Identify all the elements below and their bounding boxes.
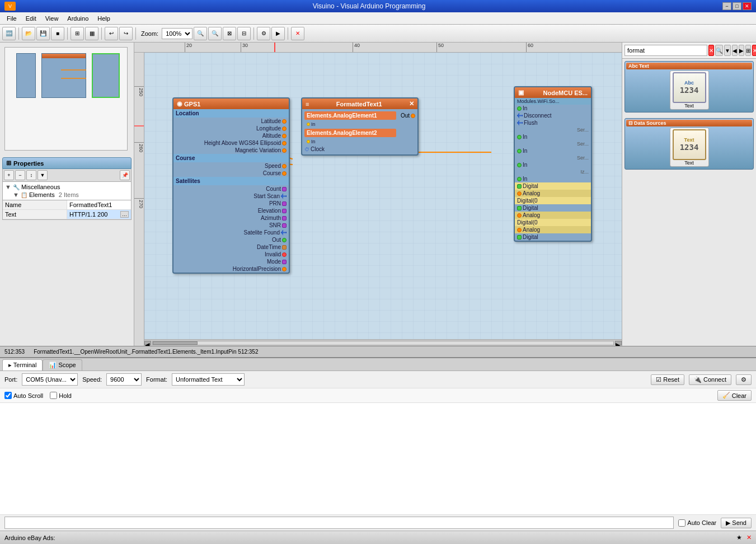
- nodemcu-pin-digital2[interactable]: Digital(0: [515, 197, 591, 204]
- analog1-dot[interactable]: [517, 191, 522, 196]
- reset-button[interactable]: ☑ Reset: [651, 374, 684, 385]
- props-sort-button[interactable]: ↕: [26, 170, 36, 180]
- tree-expand-misc[interactable]: ▼: [5, 184, 11, 190]
- nodemcu-pin-digital5[interactable]: Digital: [515, 233, 591, 241]
- nodemcu-pin-analog2[interactable]: Analog: [515, 212, 591, 219]
- nodemcu-pin-analog1[interactable]: Analog: [515, 190, 591, 197]
- flush-dot[interactable]: [517, 120, 523, 126]
- props-collapse-button[interactable]: −: [15, 170, 25, 180]
- elevation-pin-dot[interactable]: [282, 209, 287, 213]
- digital5-dot[interactable]: [517, 235, 522, 240]
- maximize-button[interactable]: □: [732, 2, 741, 10]
- latitude-pin-dot[interactable]: [282, 119, 287, 124]
- serial-input[interactable]: [4, 517, 674, 529]
- zoom-select[interactable]: 100% 75% 150%: [162, 28, 192, 39]
- scrollbar-thumb-h[interactable]: [153, 341, 198, 345]
- satfound-pin-dot[interactable]: [281, 230, 287, 236]
- autoclear-checkbox[interactable]: [678, 519, 685, 527]
- speed-select[interactable]: 9600 115200: [106, 373, 142, 386]
- compile-button[interactable]: ⚙: [257, 27, 270, 40]
- count-pin-dot[interactable]: [282, 187, 287, 191]
- search-filter-btn[interactable]: ▼: [724, 45, 731, 56]
- scrollbar-left-btn[interactable]: ◀: [144, 341, 151, 345]
- palette-item-data-text[interactable]: Text 1234 Text: [670, 128, 709, 167]
- props-expand-button[interactable]: +: [4, 170, 14, 180]
- fmt-close-btn[interactable]: ✕: [409, 100, 414, 107]
- text-edit-icon[interactable]: …: [120, 211, 129, 218]
- longitude-pin-dot[interactable]: [282, 126, 287, 131]
- delete-button[interactable]: ✕: [291, 27, 304, 40]
- datetime-pin-dot[interactable]: [282, 245, 287, 250]
- hprec-pin-dot[interactable]: [282, 267, 287, 271]
- upload-button[interactable]: ▶: [271, 27, 285, 40]
- search-clear-btn[interactable]: ✕: [708, 45, 714, 56]
- in3-dot[interactable]: [517, 149, 522, 153]
- fmt-element2-in[interactable]: In: [302, 138, 398, 145]
- in4-dot[interactable]: [517, 163, 522, 167]
- send-button[interactable]: ▶ Send: [721, 518, 752, 528]
- grid2-button[interactable]: ▦: [85, 27, 98, 40]
- menu-file[interactable]: File: [2, 14, 21, 23]
- ads-star-btn[interactable]: ★: [736, 534, 742, 541]
- save-all-button[interactable]: ■: [51, 27, 64, 40]
- scope-tab[interactable]: 📊 Scope: [43, 359, 82, 371]
- open-button[interactable]: 📂: [22, 27, 35, 40]
- scrollbar-track-h[interactable]: [152, 341, 614, 345]
- gps-node[interactable]: ◉ GPS1 Location Latitude Longitude Al: [172, 97, 290, 274]
- connect-button[interactable]: 🔌 Connect: [689, 374, 731, 385]
- formatted-text-node[interactable]: ≡ FormattedText1 ✕ Elements.AnalogElemen…: [301, 97, 419, 156]
- ads-close-btn[interactable]: ✕: [746, 534, 752, 541]
- props-filter-button[interactable]: ▼: [37, 170, 48, 180]
- startscan-pin-dot[interactable]: [281, 194, 287, 199]
- format-select[interactable]: Unformatted Text: [172, 373, 245, 386]
- prop-value-text[interactable]: HTTP/1.1 200 …: [67, 210, 131, 219]
- out-pin-dot[interactable]: [282, 238, 287, 242]
- search-btn[interactable]: 🔍: [715, 45, 723, 56]
- save-button[interactable]: 💾: [36, 27, 50, 40]
- autoscroll-checkbox[interactable]: [4, 392, 12, 399]
- autoclear-checkbox-label[interactable]: Auto Clear: [678, 519, 716, 527]
- magnetic-pin-dot[interactable]: [282, 148, 287, 153]
- menu-view[interactable]: View: [41, 14, 63, 23]
- zoom-fit-button[interactable]: ⊠: [223, 27, 236, 40]
- hold-checkbox[interactable]: [50, 392, 57, 399]
- analog3-dot[interactable]: [517, 228, 522, 232]
- fmt-element2[interactable]: Elements.AnalogElement2: [304, 129, 396, 137]
- element2-in-dot[interactable]: [307, 140, 310, 143]
- palette-item-text[interactable]: Abc 1234 Text: [670, 71, 709, 110]
- port-select[interactable]: COM5 (Unav...: [22, 373, 78, 386]
- checkbox-reset[interactable]: ☑: [656, 376, 661, 383]
- grid-button[interactable]: ⊞: [71, 27, 84, 40]
- zoom-actual-button[interactable]: ⊟: [237, 27, 251, 40]
- search-close-btn[interactable]: ✕: [752, 45, 756, 56]
- clear-button[interactable]: 🧹 Clear: [717, 390, 752, 401]
- menu-help[interactable]: Help: [93, 14, 115, 23]
- digital1-dot[interactable]: [517, 184, 522, 189]
- undo-button[interactable]: ↩: [105, 27, 118, 40]
- redo-button[interactable]: ↪: [119, 27, 133, 40]
- new-button[interactable]: 🆕: [2, 27, 16, 40]
- nodemcu-pin-in5[interactable]: In: [515, 175, 591, 182]
- nodemcu-pin-in1[interactable]: In: [515, 105, 591, 112]
- prop-value-name[interactable]: FormattedText1: [67, 200, 131, 209]
- zoom-out-button[interactable]: 🔍: [208, 27, 222, 40]
- fmt-element1[interactable]: Elements.AnalogElement1: [304, 111, 396, 120]
- search-options-btn[interactable]: ⊞: [745, 45, 751, 56]
- fmt-out-pin[interactable]: Out: [401, 110, 415, 121]
- canvas[interactable]: ◉ GPS1 Location Latitude Longitude Al: [144, 53, 622, 346]
- terminal-tab[interactable]: ▸ Terminal: [2, 359, 43, 371]
- nodemcu-pin-flush[interactable]: Flush: [515, 119, 591, 126]
- element1-in-dot[interactable]: [307, 123, 310, 126]
- analog2-dot[interactable]: [517, 213, 522, 218]
- menu-arduino[interactable]: Arduino: [63, 14, 93, 23]
- altitude-pin-dot[interactable]: [282, 134, 287, 138]
- minimize-button[interactable]: −: [722, 2, 731, 10]
- nodemcu-pin-in3[interactable]: In: [515, 147, 591, 154]
- in2-dot[interactable]: [517, 135, 522, 139]
- scrollbar-right-btn[interactable]: ▶: [615, 341, 622, 345]
- height-pin-dot[interactable]: [282, 141, 287, 146]
- settings-button[interactable]: ⚙: [736, 374, 752, 385]
- fmt-out-dot[interactable]: [411, 114, 415, 118]
- search-nav-next[interactable]: ▶: [739, 45, 744, 56]
- fmt-element1-in[interactable]: In: [302, 121, 398, 128]
